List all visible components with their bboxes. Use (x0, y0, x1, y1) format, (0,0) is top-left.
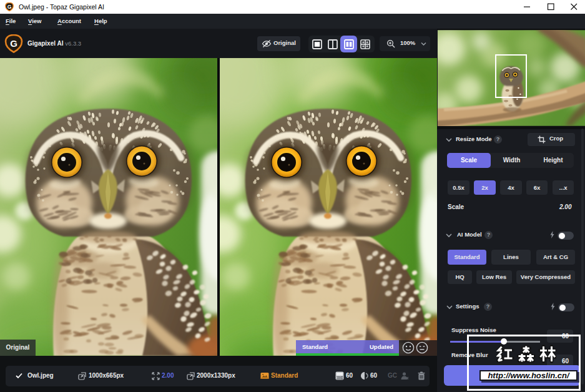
svg-text:G: G (7, 4, 12, 10)
svg-text:G: G (10, 38, 17, 49)
